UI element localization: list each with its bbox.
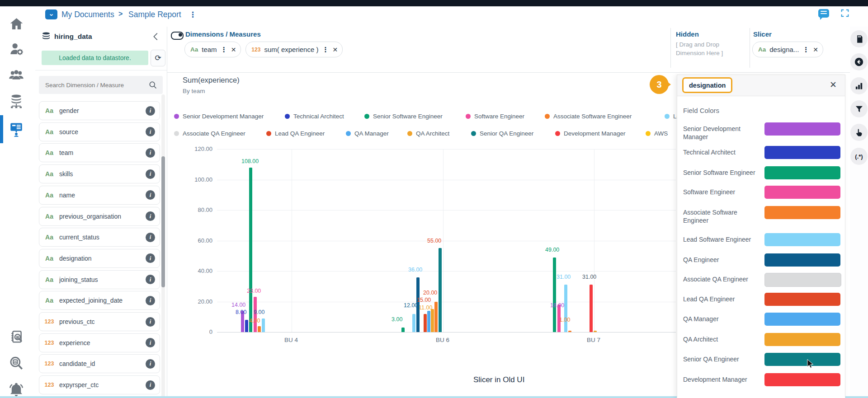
bar-chart-button[interactable]	[850, 77, 868, 94]
field-color-swatch[interactable]	[764, 333, 840, 346]
memory-card-button[interactable]	[850, 30, 868, 47]
info-icon[interactable]: i	[146, 317, 155, 327]
slicer-chip[interactable]: Aadesigna...⋮✕	[752, 42, 823, 57]
bar[interactable]	[439, 248, 442, 332]
field-item[interactable]: Aasourcei	[39, 122, 160, 141]
bar[interactable]	[258, 326, 261, 332]
bar[interactable]	[434, 302, 438, 332]
filter-button[interactable]	[850, 100, 868, 117]
bar[interactable]	[241, 311, 244, 332]
visibility-toggle-icon[interactable]	[171, 32, 184, 40]
legend-item[interactable]: Technical Architect	[285, 113, 344, 120]
sidebar-item-notifications[interactable]	[5, 379, 27, 398]
info-icon[interactable]: i	[146, 211, 155, 221]
field-color-swatch[interactable]	[764, 293, 840, 306]
info-icon[interactable]: i	[146, 148, 155, 158]
info-icon[interactable]: i	[146, 253, 155, 263]
bar[interactable]	[416, 277, 420, 332]
info-icon[interactable]: i	[146, 190, 155, 200]
field-color-swatch[interactable]	[764, 313, 840, 326]
dimension-chip[interactable]: Aateam⋮✕	[184, 42, 241, 57]
field-color-swatch[interactable]	[764, 206, 840, 219]
field-color-swatch[interactable]	[764, 166, 840, 179]
field-item[interactable]: 123previous_ctci	[39, 312, 160, 331]
chip-remove-icon[interactable]: ✕	[332, 46, 338, 53]
bar[interactable]	[262, 318, 265, 332]
info-icon[interactable]: i	[146, 359, 155, 369]
bar[interactable]	[594, 331, 597, 332]
close-icon[interactable]: ✕	[830, 80, 837, 90]
bar[interactable]	[568, 331, 571, 332]
field-item[interactable]: Aadesignationi	[39, 249, 160, 268]
field-item[interactable]: Aaexpected_joining_datei	[39, 291, 160, 310]
refresh-button[interactable]: ⟳	[151, 50, 165, 66]
field-item[interactable]: 123candidate_idi	[39, 354, 160, 373]
field-color-swatch[interactable]	[764, 253, 840, 267]
back-button[interactable]	[850, 53, 868, 70]
bar[interactable]	[424, 314, 427, 332]
legend-item[interactable]: Lead QA Engineer	[266, 130, 325, 137]
bar[interactable]	[427, 311, 430, 332]
field-item[interactable]: 123experiencei	[39, 333, 160, 352]
field-color-swatch[interactable]	[764, 353, 840, 366]
pointer-button[interactable]	[850, 124, 868, 141]
legend-item[interactable]: Senior Software Engineer	[364, 113, 443, 120]
chat-icon[interactable]	[818, 9, 829, 18]
hidden-drop-zone[interactable]: [ Drag and Drop Dimension Here ]	[676, 40, 748, 57]
legend-item[interactable]: Associate QA Engineer	[174, 130, 245, 137]
info-icon[interactable]: i	[146, 233, 155, 242]
breadcrumb-my-documents[interactable]: My Documents	[61, 10, 114, 19]
bar[interactable]	[590, 285, 593, 332]
info-icon[interactable]: i	[146, 338, 155, 347]
sidebar-item-home[interactable]	[5, 13, 27, 34]
scrollbar-thumb[interactable]	[161, 156, 165, 287]
bar[interactable]	[245, 320, 248, 332]
field-item[interactable]: Aateami	[39, 143, 160, 162]
info-icon[interactable]: i	[146, 380, 155, 390]
chip-menu-icon[interactable]: ⋮	[802, 46, 809, 54]
bar[interactable]	[564, 285, 567, 332]
field-color-swatch[interactable]	[764, 146, 840, 159]
info-icon[interactable]: i	[146, 127, 155, 136]
bar[interactable]	[431, 309, 434, 332]
bar[interactable]	[249, 168, 252, 332]
bar[interactable]	[401, 328, 405, 332]
field-color-swatch[interactable]	[764, 122, 840, 136]
bar[interactable]	[254, 297, 257, 332]
field-item[interactable]: Aanamei	[39, 186, 160, 205]
info-icon[interactable]: i	[146, 169, 155, 179]
search-input[interactable]	[39, 82, 148, 89]
legend-item[interactable]: Development Manager	[555, 130, 626, 137]
collapse-panel-icon[interactable]	[151, 32, 161, 42]
regex-button[interactable]: (.*)	[850, 148, 868, 165]
field-color-swatch[interactable]	[764, 186, 840, 199]
chip-remove-icon[interactable]: ✕	[231, 46, 236, 53]
chip-menu-icon[interactable]: ⋮	[322, 46, 329, 54]
legend-item[interactable]: QA Architect	[407, 130, 449, 137]
field-item[interactable]: Aaskillsi	[39, 164, 160, 183]
field-color-swatch[interactable]	[764, 273, 841, 287]
breadcrumb-sample-report[interactable]: Sample Report	[128, 10, 181, 19]
folder-icon[interactable]: ⌄	[45, 9, 57, 19]
field-item[interactable]: Aacurrent_statusi	[39, 228, 160, 247]
info-icon[interactable]: i	[146, 106, 155, 116]
legend-item[interactable]: AWS	[646, 130, 668, 137]
sidebar-item-report-builder[interactable]	[5, 118, 27, 140]
field-item[interactable]: Aaprevious_organisationi	[39, 207, 160, 226]
measure-chip[interactable]: 123sum( experience )⋮✕	[245, 42, 343, 57]
field-color-swatch[interactable]	[764, 373, 840, 386]
field-color-swatch[interactable]	[764, 233, 840, 246]
sidebar-item-data-search[interactable]	[5, 352, 27, 374]
field-item[interactable]: 123expyrsper_ctci	[39, 375, 160, 394]
legend-item[interactable]: Senior Development Manager	[174, 113, 264, 120]
sidebar-item-user-settings[interactable]	[5, 38, 27, 60]
chip-menu-icon[interactable]: ⋮	[221, 46, 227, 54]
info-icon[interactable]: i	[146, 296, 155, 305]
chip-remove-icon[interactable]: ✕	[813, 46, 818, 53]
sidebar-item-user-groups[interactable]	[5, 64, 27, 86]
fullscreen-icon[interactable]	[840, 8, 850, 18]
info-icon[interactable]: i	[146, 275, 155, 284]
legend-item[interactable]: QA Manager	[346, 130, 389, 137]
bar[interactable]	[553, 258, 556, 332]
legend-item[interactable]: Software Engineer	[466, 113, 524, 120]
